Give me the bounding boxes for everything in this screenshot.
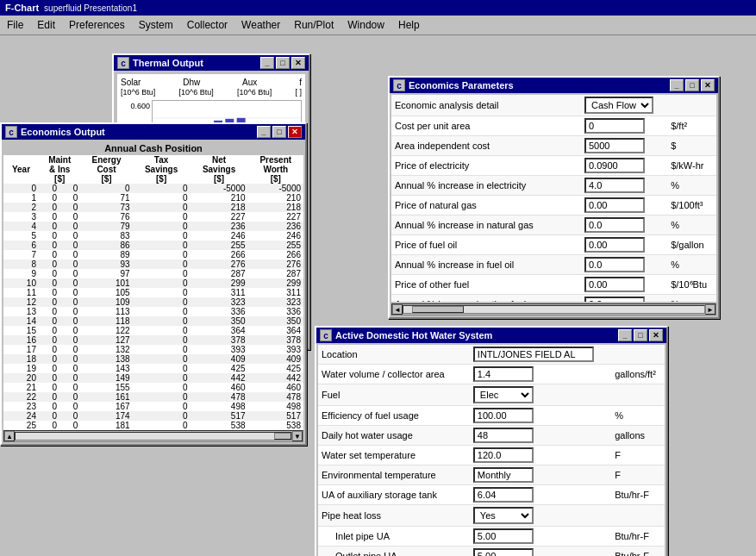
param-input[interactable]	[584, 197, 645, 213]
menu-system[interactable]: System	[132, 17, 180, 33]
param-label: Price of fuel oil	[391, 235, 581, 255]
thermal-close-btn[interactable]: ✕	[291, 57, 305, 69]
app-subtitle: superfluid Presentation1	[44, 3, 137, 13]
econ-table-row: 10001010299299	[3, 278, 303, 288]
dhw-label: Efficiency of fuel usage	[318, 406, 470, 426]
econ-table-row: 11001050311311	[3, 288, 303, 297]
dhw-titlebar: c Active Domestic Hot Water System _ □ ✕	[316, 328, 666, 343]
dhw-unit	[611, 384, 665, 406]
dhw-input[interactable]	[473, 447, 534, 463]
thermal-titlebar: c Thermal Output _ □ ✕	[114, 55, 309, 71]
dhw-unit: gallons	[611, 426, 665, 446]
dhw-close-btn[interactable]: ✕	[649, 329, 663, 341]
thermal-subhdr-solar: [10^6 Btu]	[121, 88, 155, 97]
param-input[interactable]	[584, 257, 645, 272]
dhw-row: Environmental temperatureF	[318, 465, 665, 485]
param-label: Price of natural gas	[391, 196, 581, 216]
econ-table-row: 17001320393393	[3, 345, 303, 354]
menu-help[interactable]: Help	[391, 17, 427, 33]
econ-scroll-thumb	[274, 433, 291, 440]
col-energy: EnergyCost[$]	[80, 155, 132, 184]
param-input[interactable]	[584, 158, 645, 173]
menu-preferences[interactable]: Preferences	[62, 17, 132, 33]
param-input[interactable]	[584, 217, 645, 233]
dhw-label: Pipe heat loss	[318, 505, 470, 527]
econ-table-row: 700890266266	[3, 250, 303, 259]
dhw-window: c Active Domestic Hot Water System _ □ ✕…	[315, 326, 668, 556]
dhw-label: Daily hot water usage	[318, 426, 470, 446]
econ-table-row: 400790236236	[3, 222, 303, 231]
econ-scroll-up[interactable]: ▲	[4, 431, 15, 441]
param-select[interactable]: Cash FlowSimple	[584, 97, 653, 114]
param-row: Annual % increase in electricity%	[391, 176, 716, 196]
menu-edit[interactable]: Edit	[30, 17, 62, 33]
params-scroll-left[interactable]: ◄	[392, 304, 403, 315]
thermal-maximize-btn[interactable]: □	[276, 57, 290, 69]
dhw-input[interactable]	[473, 528, 534, 544]
econ-params-close-btn[interactable]: ✕	[701, 79, 715, 91]
param-label: Price of other fuel	[391, 275, 581, 295]
param-row: Annual % increase in other fuel%	[391, 295, 716, 303]
econ-table-row: 12001090323323	[3, 297, 303, 307]
dhw-row: Water volume / collector areagallons/ft²	[318, 365, 665, 384]
dhw-label: Environmental temperature	[318, 465, 470, 485]
dhw-select[interactable]: ElecGasOil	[473, 386, 534, 403]
menu-weather[interactable]: Weather	[234, 17, 287, 33]
param-input[interactable]	[584, 237, 645, 253]
econ-output-controls: _ □ ✕	[257, 126, 302, 138]
dhw-label: Outlet pipe UA	[318, 547, 470, 557]
param-input[interactable]	[584, 277, 645, 292]
params-scrollbar-h[interactable]: ◄ ►	[391, 303, 716, 315]
dhw-row: Location	[318, 345, 665, 365]
econ-scrollbar-v[interactable]: ▲ ▼	[3, 430, 303, 442]
dhw-title: Active Domestic Hot Water System	[335, 330, 492, 340]
menu-file[interactable]: File	[0, 17, 30, 33]
menu-window[interactable]: Window	[341, 17, 391, 33]
econ-scroll-down[interactable]: ▼	[292, 431, 303, 441]
dhw-input-wide[interactable]	[473, 347, 594, 362]
economics-params-window: c Economics Parameters _ □ ✕ Economic an…	[388, 76, 720, 319]
param-row: Annual % increase in fuel oil%	[391, 255, 716, 275]
param-row: Price of fuel oil$/gallon	[391, 235, 716, 255]
econ-table-scroll[interactable]: Year Maint& Ins[$] EnergyCost[$] TaxSavi…	[3, 155, 303, 430]
dhw-table: LocationWater volume / collector areagal…	[318, 345, 665, 556]
econ-params-minimize-btn[interactable]: _	[670, 79, 684, 91]
param-input[interactable]	[584, 297, 645, 302]
econ-params-maximize-btn[interactable]: □	[685, 79, 699, 91]
menu-runplot[interactable]: Run/Plot	[287, 17, 341, 33]
dhw-input[interactable]	[473, 428, 534, 443]
dhw-label: Inlet pipe UA	[318, 527, 470, 547]
param-row: Annual % increase in natural gas%	[391, 216, 716, 235]
params-scroll-right[interactable]: ►	[705, 304, 715, 315]
dhw-input[interactable]	[473, 548, 534, 556]
econ-output-close-btn[interactable]: ✕	[288, 126, 302, 138]
app-titlebar: F-Chart superfluid Presentation1	[0, 0, 756, 16]
econ-table-row: 900970287287	[3, 269, 303, 278]
menu-collector[interactable]: Collector	[180, 17, 234, 33]
dhw-row: FuelElecGasOil	[318, 384, 665, 406]
dhw-input[interactable]	[473, 366, 534, 382]
params-scroll[interactable]: Economic analysis detailCash FlowSimpleC…	[391, 95, 716, 302]
dhw-maximize-btn[interactable]: □	[634, 329, 647, 341]
econ-table-row: 24001740517517	[3, 411, 303, 421]
dhw-input[interactable]	[473, 487, 534, 503]
econ-table-row: 800930276276	[3, 259, 303, 269]
param-unit: $/gallon	[667, 235, 716, 255]
param-input[interactable]	[584, 178, 645, 193]
col-maint: Maint& Ins[$]	[39, 155, 80, 184]
thermal-minimize-btn[interactable]: _	[260, 57, 274, 69]
econ-output-maximize-btn[interactable]: □	[272, 126, 286, 138]
dhw-select[interactable]: YesNo	[473, 507, 534, 524]
param-label: Cost per unit area	[391, 116, 581, 136]
param-input[interactable]	[584, 138, 645, 153]
econ-output-minimize-btn[interactable]: _	[257, 126, 271, 138]
econ-params-titlebar: c Economics Parameters _ □ ✕	[390, 78, 718, 93]
thermal-col-solar: Solar	[121, 78, 141, 87]
y-val-0: 0.600	[122, 102, 150, 110]
econ-output-title: Economics Output	[21, 127, 105, 137]
dhw-input[interactable]	[473, 467, 534, 483]
thermal-controls: _ □ ✕	[260, 57, 305, 69]
param-input[interactable]	[584, 118, 645, 134]
dhw-minimize-btn[interactable]: _	[618, 329, 632, 341]
dhw-input[interactable]	[473, 408, 534, 423]
